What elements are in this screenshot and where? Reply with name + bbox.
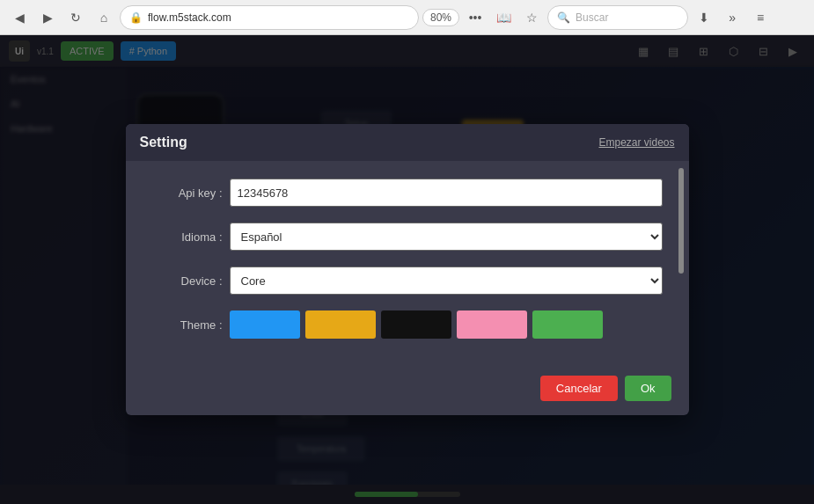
- device-label: Device :: [152, 274, 223, 288]
- search-placeholder: Buscar: [576, 11, 608, 24]
- empezar-videos-link[interactable]: Empezar videos: [598, 136, 674, 149]
- dialog-header: Setting Empezar videos: [126, 124, 689, 161]
- zoom-badge: 80%: [422, 9, 459, 26]
- theme-swatch-dark[interactable]: [381, 310, 451, 339]
- back-button[interactable]: ◀: [7, 5, 32, 30]
- menu-button[interactable]: ≡: [748, 5, 773, 30]
- more-button[interactable]: •••: [463, 5, 488, 30]
- idioma-select[interactable]: Español English Français: [230, 223, 663, 251]
- api-key-input[interactable]: [230, 179, 663, 207]
- idioma-label: Idioma :: [152, 230, 223, 244]
- theme-swatch-blue[interactable]: [230, 310, 300, 339]
- lock-icon: 🔒: [129, 11, 143, 24]
- bookmark-icon[interactable]: ☆: [519, 5, 544, 30]
- theme-row: Theme :: [152, 310, 663, 339]
- theme-swatch-orange[interactable]: [305, 310, 376, 339]
- page-background: Ui v1.1 ACTIVE # Python ▦ ▤ ⊞ ⬡ ⊟ ▶ Even…: [0, 35, 814, 504]
- home-button[interactable]: ⌂: [92, 5, 116, 30]
- device-row: Device : Core Core2 ATOM StickC: [152, 267, 663, 295]
- search-icon: 🔍: [557, 11, 570, 24]
- url-text: flow.m5stack.com: [148, 11, 231, 24]
- refresh-button[interactable]: ↻: [63, 5, 88, 30]
- browser-chrome: ◀ ▶ ↻ ⌂ 🔒 flow.m5stack.com 80% ••• 📖 ☆ 🔍…: [0, 0, 814, 35]
- idioma-row: Idioma : Español English Français: [152, 223, 663, 251]
- modal-overlay: Setting Empezar videos Api key : Idioma …: [0, 35, 814, 504]
- device-select[interactable]: Core Core2 ATOM StickC: [230, 267, 663, 295]
- theme-swatch-green[interactable]: [532, 310, 603, 339]
- address-bar[interactable]: 🔒 flow.m5stack.com: [120, 5, 419, 30]
- download-button[interactable]: ⬇: [692, 5, 716, 30]
- dialog-body: Api key : Idioma : Español English Franç…: [126, 161, 689, 367]
- scrollbar[interactable]: [678, 168, 684, 274]
- api-key-label: Api key :: [152, 186, 223, 200]
- settings-dialog: Setting Empezar videos Api key : Idioma …: [126, 124, 689, 415]
- theme-swatch-pink[interactable]: [457, 310, 527, 339]
- dialog-title: Setting: [140, 135, 187, 150]
- dialog-footer: Cancelar Ok: [126, 367, 689, 415]
- cancel-button[interactable]: Cancelar: [540, 376, 618, 401]
- api-key-row: Api key :: [152, 179, 663, 207]
- search-bar[interactable]: 🔍 Buscar: [547, 5, 688, 30]
- extensions-button[interactable]: »: [720, 5, 744, 30]
- forward-button[interactable]: ▶: [35, 5, 60, 30]
- reader-icon[interactable]: 📖: [491, 5, 516, 30]
- theme-label: Theme :: [152, 318, 223, 332]
- ok-button[interactable]: Ok: [625, 376, 671, 401]
- theme-swatches: [230, 310, 663, 339]
